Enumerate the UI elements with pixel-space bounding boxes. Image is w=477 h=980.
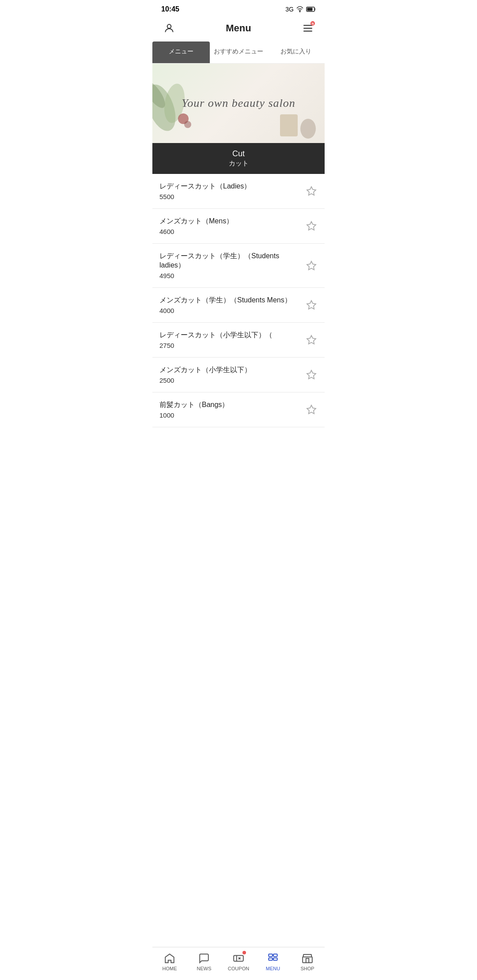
menu-item-content: レディースカット（小学生以下）（ 2750 — [159, 331, 273, 349]
favorite-button[interactable] — [305, 334, 318, 346]
menu-item-name: メンズカット（小学生以下） — [159, 366, 251, 375]
hero-items-right — [280, 114, 316, 139]
menu-item-name: レディースカット（学生）（Students ladies） — [159, 252, 305, 270]
menu-list: レディースカット（Ladies） 5500 メンズカット（Mens） 4600 … — [152, 174, 325, 427]
svg-marker-14 — [307, 261, 316, 270]
favorite-button[interactable] — [305, 260, 318, 272]
menu-item[interactable]: レディースカット（Ladies） 5500 — [152, 174, 325, 209]
menu-item-price: 4600 — [159, 228, 233, 235]
menu-item-name: メンズカット（学生）（Students Mens） — [159, 296, 292, 305]
hero-banner: Your own beauty salon — [152, 64, 325, 143]
profile-button[interactable] — [161, 20, 177, 36]
favorite-button[interactable] — [305, 403, 318, 416]
menu-item-name: メンズカット（Mens） — [159, 217, 233, 226]
svg-point-3 — [167, 24, 171, 28]
status-icons: 3G — [285, 6, 316, 13]
favorite-button[interactable] — [305, 220, 318, 232]
menu-item[interactable]: メンズカット（Mens） 4600 — [152, 209, 325, 244]
tab-recommended[interactable]: おすすめメニュー — [210, 41, 267, 63]
svg-point-11 — [184, 121, 191, 128]
hero-text: Your own beauty salon — [182, 97, 295, 110]
header: Menu N — [152, 17, 325, 41]
hamburger-button[interactable]: N — [300, 20, 316, 36]
menu-item-price: 1000 — [159, 411, 229, 419]
section-name-ja: カット — [152, 159, 325, 168]
tab-menu[interactable]: メニュー — [152, 41, 210, 63]
tab-bar: メニュー おすすめメニュー お気に入り — [152, 41, 325, 64]
content-area: Your own beauty salon Cut カット レディースカット（L… — [152, 64, 325, 463]
menu-item-content: レディースカット（学生）（Students ladies） 4950 — [159, 252, 305, 279]
page-title: Menu — [177, 23, 300, 34]
svg-marker-17 — [307, 370, 316, 379]
menu-item-content: メンズカット（小学生以下） 2500 — [159, 366, 251, 384]
signal-icon: 3G — [285, 6, 294, 13]
menu-item-content: メンズカット（学生）（Students Mens） 4000 — [159, 296, 292, 314]
wifi-icon — [296, 6, 303, 13]
notification-badge: N — [310, 21, 315, 26]
menu-item-name: レディースカット（Ladies） — [159, 182, 251, 191]
menu-item-content: レディースカット（Ladies） 5500 — [159, 182, 251, 200]
favorite-button[interactable] — [305, 185, 318, 197]
menu-item[interactable]: レディースカット（小学生以下）（ 2750 — [152, 323, 325, 358]
menu-item-price: 2500 — [159, 377, 251, 384]
section-name-en: Cut — [152, 149, 325, 158]
menu-item-price: 5500 — [159, 193, 251, 200]
svg-marker-12 — [307, 187, 316, 195]
status-bar: 10:45 3G — [152, 0, 325, 17]
menu-item[interactable]: 前髪カット（Bangs） 1000 — [152, 392, 325, 427]
menu-item[interactable]: レディースカット（学生）（Students ladies） 4950 — [152, 244, 325, 288]
menu-item-price: 4000 — [159, 307, 292, 314]
svg-marker-15 — [307, 301, 316, 309]
menu-item-content: メンズカット（Mens） 4600 — [159, 217, 233, 235]
menu-item-name: レディースカット（小学生以下）（ — [159, 331, 273, 340]
svg-rect-2 — [307, 8, 313, 11]
menu-item[interactable]: メンズカット（学生）（Students Mens） 4000 — [152, 288, 325, 323]
svg-marker-18 — [307, 405, 316, 414]
favorite-button[interactable] — [305, 369, 318, 381]
svg-marker-13 — [307, 222, 316, 230]
svg-point-0 — [299, 11, 300, 12]
menu-item-name: 前髪カット（Bangs） — [159, 400, 229, 410]
menu-item[interactable]: メンズカット（小学生以下） 2500 — [152, 358, 325, 392]
tab-favorites[interactable]: お気に入り — [267, 41, 325, 63]
status-time: 10:45 — [161, 5, 179, 13]
battery-icon — [306, 7, 316, 12]
menu-item-price: 4950 — [159, 272, 305, 279]
menu-item-price: 2750 — [159, 342, 273, 349]
menu-item-content: 前髪カット（Bangs） 1000 — [159, 400, 229, 419]
favorite-button[interactable] — [305, 299, 318, 311]
section-header: Cut カット — [152, 143, 325, 174]
svg-marker-16 — [307, 335, 316, 344]
